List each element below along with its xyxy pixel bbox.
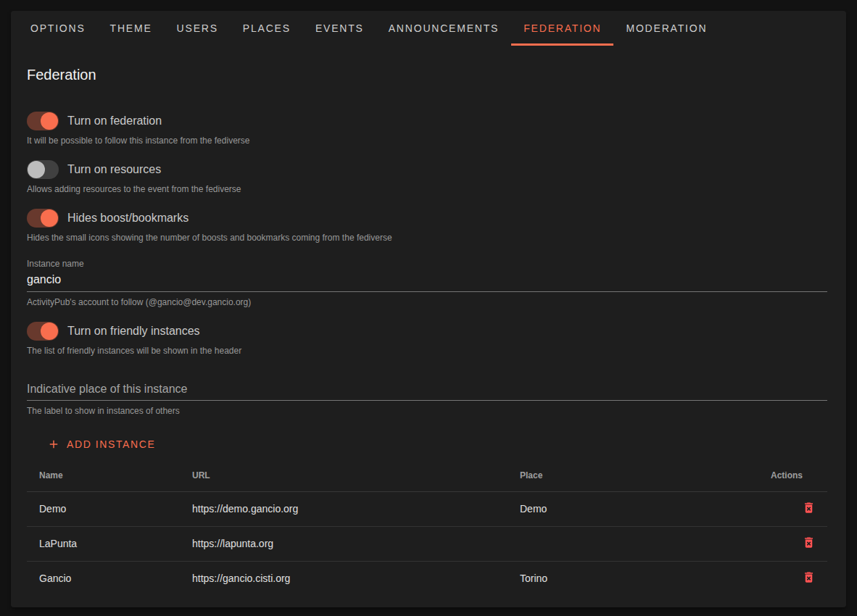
instance-name-label: Instance name <box>27 259 827 270</box>
resources-toggle-hint: Allows adding resources to the event fro… <box>27 184 827 194</box>
resources-toggle-label: Turn on resources <box>67 163 161 176</box>
instance-url-cell: https://demo.gancio.org <box>180 491 508 526</box>
delete-forever-icon <box>802 506 816 517</box>
toggle-thumb <box>41 322 58 340</box>
delete-forever-icon <box>802 541 816 552</box>
column-header-actions: Actions <box>758 460 827 491</box>
instance-place-cell: Demo <box>508 491 758 526</box>
field-turn-on-federation: Turn on federation It will be possible t… <box>27 111 827 146</box>
instance-name-field: Instance name ActivityPub's account to f… <box>27 259 827 307</box>
table-row: LaPunta https://lapunta.org <box>27 526 827 561</box>
tab-theme[interactable]: THEME <box>98 11 165 46</box>
page-title: Federation <box>27 67 827 83</box>
toggle-thumb <box>41 209 58 227</box>
delete-forever-icon <box>802 575 816 586</box>
add-instance-button-label: ADD INSTANCE <box>67 438 155 450</box>
field-friendly-instances: Turn on friendly instances The list of f… <box>27 321 827 356</box>
resources-toggle[interactable] <box>27 160 59 179</box>
instance-name-cell: Gancio <box>27 561 180 596</box>
input-underline <box>27 291 827 292</box>
friendly-instances-toggle-label: Turn on friendly instances <box>67 325 200 338</box>
instance-actions-cell <box>758 526 827 561</box>
instance-name-hint: ActivityPub's account to follow (@gancio… <box>27 297 827 307</box>
table-row: Gancio https://gancio.cisti.org Torino <box>27 561 827 596</box>
field-hide-boosts: Hides boost/bookmarks Hides the small ic… <box>27 208 827 243</box>
column-header-url: URL <box>180 460 508 491</box>
table-row: Demo https://demo.gancio.org Demo <box>27 491 827 526</box>
friendly-instances-table: Name URL Place Actions Demo https://demo… <box>27 460 827 596</box>
instance-place-hint: The label to show in instances of others <box>27 406 827 416</box>
instance-name-cell: LaPunta <box>27 526 180 561</box>
tab-places[interactable]: PLACES <box>231 11 303 46</box>
federation-settings-panel: Federation Turn on federation It will be… <box>11 67 846 607</box>
instance-place-input[interactable] <box>27 382 827 396</box>
instance-actions-cell <box>758 491 827 526</box>
column-header-name: Name <box>27 460 180 491</box>
federation-toggle-label: Turn on federation <box>67 115 162 128</box>
friendly-instances-toggle[interactable] <box>27 322 59 341</box>
federation-toggle[interactable] <box>27 112 59 130</box>
field-turn-on-resources: Turn on resources Allows adding resource… <box>27 159 827 194</box>
tab-events[interactable]: EVENTS <box>303 11 376 46</box>
delete-instance-button[interactable] <box>802 501 816 515</box>
instance-actions-cell <box>758 561 827 596</box>
instance-place-field: The label to show in instances of others <box>27 382 827 416</box>
column-header-place: Place <box>508 460 758 491</box>
plus-icon <box>47 438 60 451</box>
table-header-row: Name URL Place Actions <box>27 460 827 491</box>
hide-boosts-toggle-hint: Hides the small icons showing the number… <box>27 233 827 243</box>
tab-announcements[interactable]: ANNOUNCEMENTS <box>376 11 512 46</box>
admin-settings-card: OPTIONS THEME USERS PLACES EVENTS ANNOUN… <box>11 11 846 607</box>
toggle-thumb <box>41 112 58 130</box>
instance-place-cell <box>508 526 758 561</box>
instance-url-cell: https://lapunta.org <box>180 526 508 561</box>
instance-url-cell: https://gancio.cisti.org <box>180 561 508 596</box>
tab-options[interactable]: OPTIONS <box>18 11 98 46</box>
toggle-thumb <box>28 161 45 178</box>
tab-federation[interactable]: FEDERATION <box>511 11 613 46</box>
instance-name-cell: Demo <box>27 491 180 526</box>
add-instance-button[interactable]: ADD INSTANCE <box>41 431 161 457</box>
delete-instance-button[interactable] <box>802 570 816 584</box>
federation-toggle-hint: It will be possible to follow this insta… <box>27 136 827 146</box>
input-underline <box>27 400 827 401</box>
tab-users[interactable]: USERS <box>165 11 231 46</box>
instance-name-input[interactable] <box>27 272 827 287</box>
friendly-instances-toggle-hint: The list of friendly instances will be s… <box>27 346 827 356</box>
hide-boosts-toggle[interactable] <box>27 209 59 228</box>
tab-moderation[interactable]: MODERATION <box>613 11 719 46</box>
hide-boosts-toggle-label: Hides boost/bookmarks <box>67 212 189 225</box>
delete-instance-button[interactable] <box>802 536 816 549</box>
admin-tabbar: OPTIONS THEME USERS PLACES EVENTS ANNOUN… <box>11 11 846 46</box>
instance-place-cell: Torino <box>508 561 758 596</box>
